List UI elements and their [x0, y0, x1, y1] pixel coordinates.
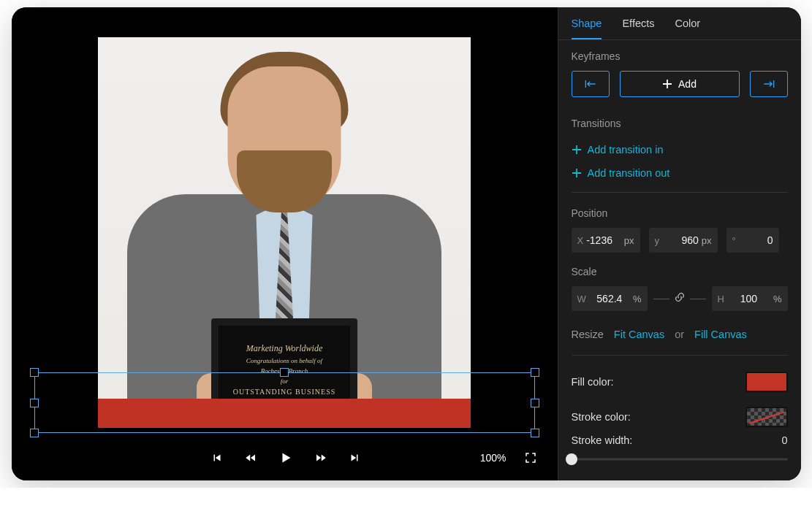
- plaque-line: Rochester Branch: [224, 367, 344, 375]
- skip-next-icon: [348, 451, 361, 464]
- plaque-line: Congratulations on behalf of: [224, 357, 344, 364]
- transitions-section: Transitions Add transition in Add transi…: [558, 107, 801, 188]
- scale-link-toggle[interactable]: [653, 291, 706, 306]
- x-prefix: X: [577, 235, 584, 246]
- add-transition-in-button[interactable]: Add transition in: [572, 138, 788, 161]
- plus-icon: [572, 168, 582, 178]
- stroke-width-label: Stroke width:: [572, 434, 633, 446]
- tab-effects[interactable]: Effects: [622, 7, 654, 39]
- plaque-line: for: [224, 377, 344, 385]
- position-label: Position: [572, 207, 788, 219]
- fit-canvas-button[interactable]: Fit Canvas: [614, 329, 664, 340]
- video-content: Marketing Worldwide Congratulations on b…: [98, 37, 471, 428]
- plaque-title: Marketing Worldwide: [224, 343, 344, 354]
- link-icon: [674, 291, 686, 306]
- deg-value: 0: [739, 234, 773, 246]
- plus-icon: [662, 79, 672, 89]
- arrow-to-start-icon: [583, 78, 598, 90]
- play-icon: [278, 450, 294, 466]
- resize-handle-mid-left[interactable]: [30, 399, 39, 407]
- video-frame: Marketing Worldwide Congratulations on b…: [98, 37, 471, 428]
- keyframes-section: Keyframes Add: [558, 40, 801, 107]
- x-value: -1236: [586, 234, 621, 246]
- h-prefix: H: [718, 294, 724, 304]
- colors-section: Fill color: Stroke color: Stroke width: …: [558, 360, 801, 468]
- w-prefix: W: [577, 294, 586, 304]
- skip-back-button[interactable]: [210, 450, 224, 466]
- resize-section: Resize Fit Canvas or Fill Canvas: [558, 314, 801, 350]
- properties-panel: Shape Effects Color Keyframes Add Transi…: [558, 7, 801, 480]
- resize-handle-top-right[interactable]: [531, 368, 539, 377]
- add-transition-out-label: Add transition out: [588, 167, 670, 179]
- plaque-line: OUTSTANDING BUSINESS: [224, 388, 344, 396]
- panel-tabs: Shape Effects Color: [558, 7, 801, 40]
- next-keyframe-button[interactable]: [750, 71, 788, 97]
- fast-forward-icon: [314, 451, 327, 464]
- resize-handle-top-left[interactable]: [30, 368, 39, 377]
- add-transition-out-button[interactable]: Add transition out: [572, 161, 788, 185]
- arrow-to-end-icon: [762, 78, 776, 90]
- scale-label: Scale: [572, 266, 788, 277]
- tab-shape[interactable]: Shape: [572, 7, 602, 39]
- w-value: 562.4: [589, 293, 630, 304]
- fullscreen-button[interactable]: [524, 451, 537, 464]
- add-keyframe-label: Add: [678, 78, 697, 90]
- add-keyframe-button[interactable]: Add: [620, 71, 740, 97]
- slider-track: [572, 459, 788, 461]
- position-y-field[interactable]: y 960 px: [649, 228, 718, 253]
- deg-prefix: °: [732, 235, 736, 246]
- fill-color-swatch[interactable]: [745, 372, 788, 392]
- rewind-icon: [244, 451, 257, 464]
- stroke-width-value: 0: [781, 434, 787, 446]
- prev-keyframe-button[interactable]: [572, 71, 610, 97]
- rotation-field[interactable]: ° 0: [726, 228, 779, 253]
- transitions-label: Transitions: [572, 118, 788, 129]
- add-transition-in-label: Add transition in: [588, 144, 664, 156]
- playback-bar: 100%: [12, 435, 558, 480]
- keyframes-label: Keyframes: [572, 50, 788, 62]
- canvas-area[interactable]: Marketing Worldwide Congratulations on b…: [12, 7, 558, 435]
- fast-forward-button[interactable]: [314, 450, 327, 466]
- app-window: Marketing Worldwide Congratulations on b…: [12, 7, 801, 480]
- y-value: 960: [662, 234, 699, 246]
- w-unit: %: [633, 294, 642, 304]
- skip-forward-button[interactable]: [348, 450, 361, 466]
- plus-icon: [572, 145, 582, 155]
- preview-pane: Marketing Worldwide Congratulations on b…: [12, 7, 558, 480]
- slider-thumb[interactable]: [566, 453, 577, 465]
- y-prefix: y: [655, 235, 660, 246]
- resize-or: or: [675, 329, 684, 340]
- scale-width-field[interactable]: W 562.4 %: [572, 286, 648, 311]
- fill-canvas-button[interactable]: Fill Canvas: [694, 329, 747, 340]
- stroke-color-swatch[interactable]: [745, 407, 788, 427]
- scale-height-field[interactable]: H 100 %: [712, 286, 788, 311]
- x-unit: px: [624, 235, 634, 246]
- zoom-level[interactable]: 100%: [480, 452, 506, 464]
- stroke-color-label: Stroke color:: [572, 411, 631, 423]
- skip-previous-icon: [210, 451, 224, 464]
- rewind-button[interactable]: [244, 450, 257, 466]
- red-overlay-bar: [98, 399, 471, 428]
- play-button[interactable]: [278, 450, 294, 466]
- fullscreen-icon: [524, 451, 537, 464]
- stroke-width-slider[interactable]: [572, 453, 788, 465]
- scale-section: Scale W 562.4 % H 100 %: [558, 256, 801, 314]
- position-x-field[interactable]: X -1236 px: [572, 228, 640, 253]
- tab-color[interactable]: Color: [675, 7, 701, 39]
- y-unit: px: [702, 235, 712, 246]
- resize-handle-mid-right[interactable]: [531, 399, 539, 407]
- fill-color-label: Fill color:: [572, 376, 614, 388]
- h-unit: %: [773, 294, 782, 304]
- resize-label: Resize: [572, 329, 604, 340]
- position-section: Position X -1236 px y 960 px ° 0: [558, 197, 801, 256]
- h-value: 100: [727, 293, 770, 304]
